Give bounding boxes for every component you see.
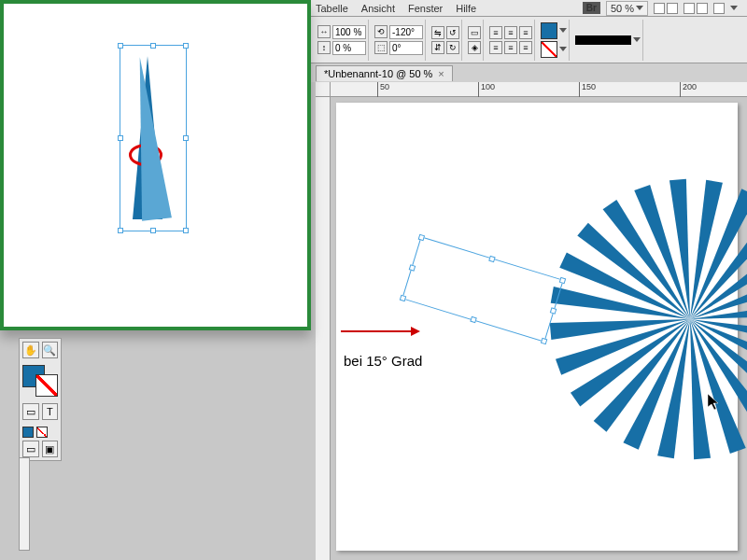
mini-ruler	[19, 457, 30, 551]
view-mode-preview-icon[interactable]: ▣	[42, 441, 59, 457]
annotation-text: bei 15° Grad	[344, 353, 422, 369]
arrange-icons[interactable]	[684, 3, 708, 14]
scale-y-icon: ↕	[317, 41, 331, 54]
fill-swatch[interactable]	[541, 22, 557, 39]
stroke-swatch[interactable]	[541, 41, 557, 58]
tool-panel: ✋ 🔍 ▭ T ▭ ▣	[19, 338, 62, 461]
stroke-preview[interactable]	[575, 35, 631, 45]
svg-marker-1	[411, 327, 420, 336]
mini-fill[interactable]	[22, 427, 34, 438]
document-title: *Unbenannt-10 @ 50 %	[324, 68, 432, 79]
zoom-tool-icon[interactable]: 🔍	[42, 342, 59, 358]
zoom-select[interactable]: 50 %	[606, 1, 648, 16]
mini-stroke[interactable]	[36, 427, 48, 438]
select-content-icon[interactable]: ◈	[468, 41, 481, 54]
align-icons[interactable]: ≡	[489, 26, 502, 39]
canvas-area: 50 100 150 200	[316, 82, 747, 560]
scale-y-field[interactable]: 0 %	[332, 41, 366, 55]
rotate-icon: ⟲	[374, 25, 388, 38]
close-tab-icon[interactable]: ×	[438, 68, 444, 79]
view-mode-icons[interactable]	[654, 3, 678, 14]
bridge-button[interactable]: Br	[583, 2, 600, 14]
screen-mode-icon[interactable]	[713, 3, 725, 14]
rotate-field-1[interactable]: -120°	[389, 25, 423, 39]
rotate-field-2[interactable]: 0°	[389, 41, 423, 55]
document-tab[interactable]: *Unbenannt-10 @ 50 % ×	[316, 65, 453, 81]
formatting-text-icon[interactable]: T	[42, 403, 59, 420]
rotate-ccw-icon[interactable]: ↺	[446, 26, 459, 39]
rotate-cw-icon[interactable]: ↻	[446, 41, 459, 54]
mouse-cursor-icon	[708, 394, 721, 413]
menu-hilfe[interactable]: Hilfe	[456, 3, 476, 14]
scale-x-icon: ↔	[317, 25, 331, 38]
inset-canvas[interactable]	[9, 9, 302, 321]
hand-tool-icon[interactable]: ✋	[22, 342, 39, 358]
annotation-arrow	[336, 322, 420, 341]
menu-ansicht[interactable]: Ansicht	[361, 3, 395, 14]
selection-box[interactable]	[402, 236, 563, 343]
ruler-vertical[interactable]	[316, 97, 331, 560]
page[interactable]: bei 15° Grad	[336, 103, 738, 551]
inset-detail-window	[0, 0, 311, 330]
scale-x-field[interactable]: 100 %	[332, 25, 366, 39]
view-mode-normal-icon[interactable]: ▭	[22, 441, 39, 457]
stroke-color-swatch[interactable]	[35, 374, 58, 397]
panel-menu-icon[interactable]	[730, 6, 738, 10]
svg-marker-2	[708, 394, 718, 410]
formatting-container-icon[interactable]: ▭	[22, 403, 39, 420]
flip-v-icon[interactable]: ⇵	[431, 41, 444, 54]
ruler-horizontal[interactable]: 50 100 150 200	[331, 82, 747, 97]
ruler-origin[interactable]	[316, 82, 331, 97]
menu-tabelle[interactable]: Tabelle	[316, 3, 348, 14]
flip-h-icon[interactable]: ⇋	[431, 26, 444, 39]
shear-icon: ⬚	[374, 41, 388, 54]
select-container-icon[interactable]: ▭	[468, 26, 481, 39]
menu-fenster[interactable]: Fenster	[408, 3, 443, 14]
